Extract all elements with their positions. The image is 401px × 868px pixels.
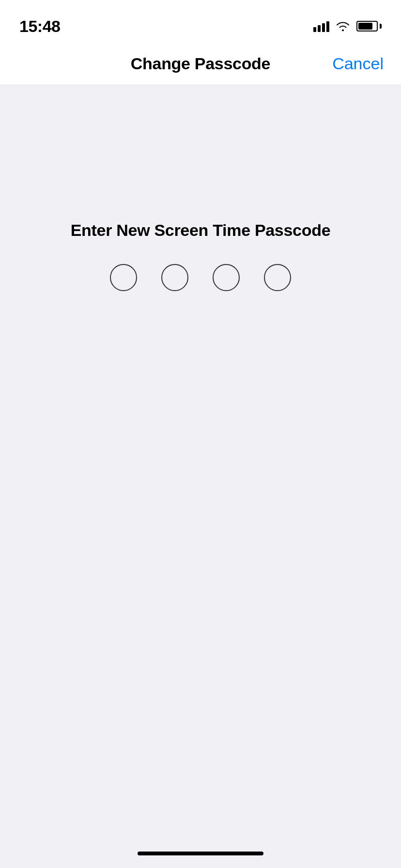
passcode-prompt: Enter New Screen Time Passcode [71, 221, 331, 240]
page-title: Change Passcode [131, 54, 270, 73]
passcode-dot-2 [161, 264, 188, 291]
passcode-dot-3 [213, 264, 240, 291]
status-icons [313, 20, 382, 32]
wifi-icon [336, 21, 350, 31]
nav-bar: Change Passcode Cancel [0, 43, 401, 85]
signal-icon [313, 20, 329, 32]
battery-icon [356, 21, 382, 31]
status-time: 15:48 [19, 17, 60, 36]
home-indicator-area [0, 839, 401, 868]
status-bar: 15:48 [0, 0, 401, 43]
home-indicator [138, 852, 263, 855]
passcode-dot-1 [110, 264, 137, 291]
passcode-dots [110, 264, 291, 291]
cancel-button[interactable]: Cancel [332, 54, 384, 73]
passcode-dot-4 [264, 264, 291, 291]
main-content: Enter New Screen Time Passcode [0, 85, 401, 839]
